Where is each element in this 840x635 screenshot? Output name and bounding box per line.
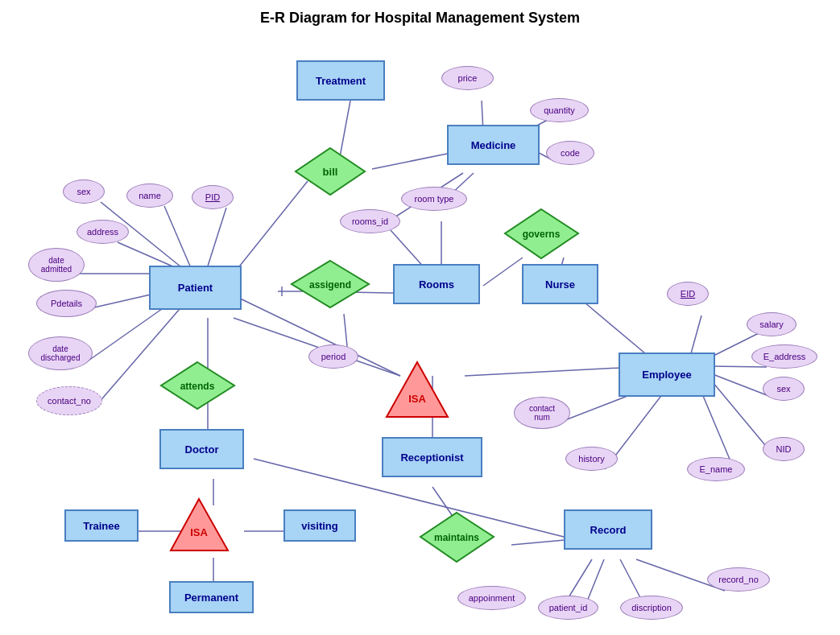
isa-employee-triangle: ISA [385, 361, 449, 419]
discription-attr: discription [620, 596, 683, 620]
svg-text:maintains: maintains [434, 532, 479, 543]
employee-entity: Employee [619, 353, 715, 397]
attends-diamond: attends [159, 361, 236, 410]
record-entity: Record [564, 509, 652, 550]
rooms-id-attr: rooms_id [340, 209, 400, 233]
svg-line-31 [699, 386, 733, 467]
trainee-entity: Trainee [64, 509, 139, 542]
pid-attr: PID [192, 185, 234, 209]
date-discharged-attr: datedischarged [28, 336, 93, 370]
bill-diamond: bill [294, 146, 366, 196]
record-no-attr: record_no [707, 567, 770, 592]
contact-no-attr: contact_no [36, 386, 102, 415]
address-attr: address [77, 220, 129, 244]
svg-text:assigend: assigend [309, 279, 351, 291]
contact-num-attr: contactnum [514, 397, 570, 429]
svg-text:bill: bill [323, 166, 338, 178]
governs-diamond: governs [503, 208, 580, 260]
salary-attr: salary [747, 312, 797, 336]
svg-line-12 [205, 208, 226, 274]
svg-text:ISA: ISA [408, 393, 426, 405]
svg-line-23 [483, 258, 523, 286]
medicine-entity: Medicine [447, 125, 540, 165]
svg-text:governs: governs [523, 229, 561, 240]
code-attr: code [546, 141, 594, 165]
patient-id-attr: patient_id [538, 596, 598, 620]
appoinment-attr: appoinment [457, 586, 526, 610]
isa-doctor-triangle: ISA [169, 497, 230, 552]
svg-text:attends: attends [180, 381, 215, 392]
sex-emp-attr: sex [763, 377, 805, 401]
quantity-attr: quantity [530, 98, 589, 122]
sex-patient-attr: sex [63, 179, 105, 204]
date-admitted-attr: dateadmitted [28, 248, 85, 282]
receptionist-entity: Receptionist [382, 437, 482, 477]
rooms-entity: Rooms [393, 264, 480, 304]
permanent-entity: Permanent [169, 581, 254, 613]
patient-entity: Patient [149, 266, 242, 310]
svg-marker-67 [171, 499, 228, 550]
svg-line-11 [164, 206, 193, 274]
treatment-entity: Treatment [296, 60, 385, 101]
assigend-diamond: assigend [290, 259, 370, 309]
period-attr: period [308, 344, 358, 369]
e-address-attr: E_address [751, 344, 817, 369]
visiting-entity: visiting [283, 509, 356, 542]
history-attr: history [565, 447, 618, 471]
svg-marker-65 [387, 362, 448, 417]
e-name-attr: E_name [687, 457, 745, 481]
price-attr: price [441, 66, 494, 90]
nurse-entity: Nurse [522, 264, 598, 304]
doctor-entity: Doctor [159, 429, 244, 469]
name-attr: name [126, 183, 173, 208]
maintains-diamond: maintains [419, 511, 495, 563]
eid-attr: EID [667, 282, 709, 306]
pdetails-attr: Pdetails [36, 290, 97, 317]
svg-text:ISA: ISA [190, 526, 208, 538]
svg-line-2 [372, 153, 451, 169]
svg-line-28 [709, 366, 767, 367]
diagram-container: E-R Diagram for Hospital Management Syst… [0, 0, 840, 635]
diagram-title: E-R Diagram for Hospital Management Syst… [0, 10, 840, 27]
nid-attr: NID [763, 437, 805, 461]
room-type-attr: room type [401, 187, 467, 211]
